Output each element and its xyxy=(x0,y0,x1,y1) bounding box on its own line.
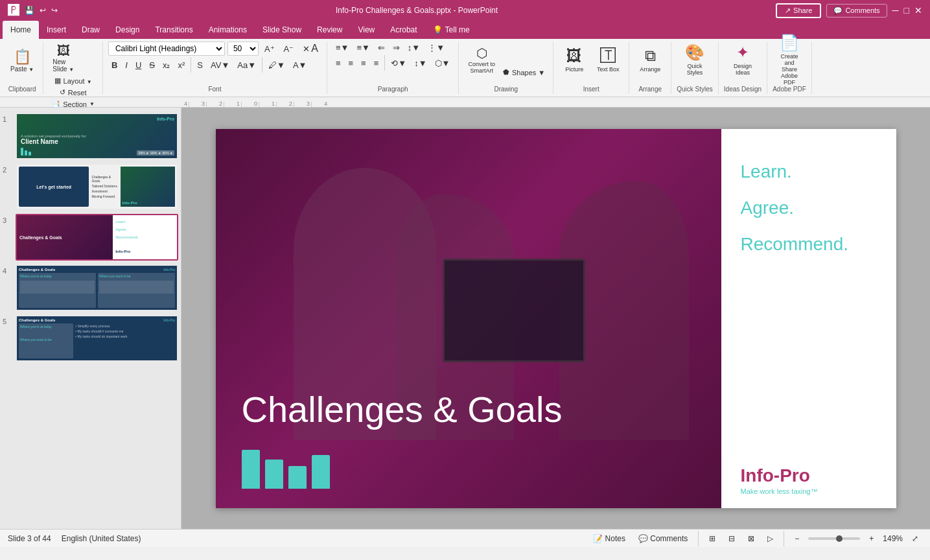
quick-redo[interactable]: ↪ xyxy=(51,6,58,15)
strikethrough-button[interactable]: S xyxy=(146,59,158,71)
new-slide-button[interactable]: 🖼 NewSlide ▼ xyxy=(49,41,78,74)
zoom-in-button[interactable]: + xyxy=(865,533,878,544)
change-case-button[interactable]: Aa▼ xyxy=(234,59,259,71)
adobe-pdf-button[interactable]: 📄 Create and ShareAdobe PDF xyxy=(774,41,805,78)
right-items: Learn. Agree. Recommend. xyxy=(741,148,877,255)
status-sep1 xyxy=(698,531,699,546)
paste-button[interactable]: 📋 Paste ▼ xyxy=(6,41,38,80)
slide-thumb-5[interactable]: Challenges & Goals Info-Pro Where you're… xyxy=(16,315,178,362)
quickstyles-button[interactable]: 🎨 QuickStyles xyxy=(679,41,710,78)
quickstyles-icon: 🎨 xyxy=(685,43,704,62)
list-item[interactable]: 4 Challenges & Goals Info-Pro Where you'… xyxy=(3,264,178,311)
tab-slideshow[interactable]: Slide Show xyxy=(255,21,309,39)
tab-acrobat[interactable]: Acrobat xyxy=(382,21,424,39)
list-item[interactable]: 5 Challenges & Goals Info-Pro Where you'… xyxy=(3,315,178,362)
columns-button[interactable]: ⋮▼ xyxy=(424,41,448,54)
zoom-slider[interactable] xyxy=(808,537,860,540)
superscript-button[interactable]: x² xyxy=(174,59,188,71)
slide-thumb-4[interactable]: Challenges & Goals Info-Pro Where you're… xyxy=(16,264,178,311)
slideshow-button[interactable]: ▷ xyxy=(763,533,777,544)
minimize-button[interactable]: ─ xyxy=(892,5,899,16)
zoom-out-button[interactable]: − xyxy=(791,533,803,544)
align-right-button[interactable]: ≡ xyxy=(358,55,369,71)
maximize-button[interactable]: □ xyxy=(904,5,909,16)
slide-info: Slide 3 of 44 xyxy=(8,534,51,543)
indent-dec-button[interactable]: ⇐ xyxy=(375,41,388,54)
tab-review[interactable]: Review xyxy=(309,21,350,39)
slide-thumb-1[interactable]: Info-Pro A solution set prepared exclusi… xyxy=(16,113,178,159)
text-direction-button[interactable]: ⟲▼ xyxy=(388,55,410,71)
tab-insert[interactable]: Insert xyxy=(39,21,74,39)
list-item[interactable]: 3 Challenges & Goals Learn. Agree. Recom… xyxy=(3,214,178,261)
canvas-area[interactable]: Challenges & Goals Learn. Agree. Recomme… xyxy=(181,108,930,529)
subscript-button[interactable]: x₂ xyxy=(159,59,174,71)
slide-panel[interactable]: 1 Info-Pro A solution set prepared exclu… xyxy=(0,108,181,529)
slide-sorter-button[interactable]: ⊟ xyxy=(725,533,739,544)
normal-view-button[interactable]: ⊞ xyxy=(705,533,719,544)
slide-thumb-3[interactable]: Challenges & Goals Learn. Agree. Recomme… xyxy=(16,214,178,261)
line-spacing-button[interactable]: ↕▼ xyxy=(404,41,423,54)
tab-design[interactable]: Design xyxy=(108,21,147,39)
underline-button[interactable]: U xyxy=(132,59,145,71)
share-button[interactable]: ↗ Share xyxy=(776,3,821,18)
highlight-button[interactable]: 🖊▼ xyxy=(265,59,288,71)
picture-button[interactable]: 🖼 Picture xyxy=(559,41,590,78)
arrange-icon: ⧉ xyxy=(645,47,656,65)
font-color-button[interactable]: A▼ xyxy=(290,59,310,71)
justify-button[interactable]: ≡ xyxy=(371,55,382,71)
numbering-button[interactable]: ≡▼ xyxy=(353,41,373,54)
design-ideas-button[interactable]: ✦ DesignIdeas xyxy=(727,41,758,78)
close-button[interactable]: ✕ xyxy=(914,5,922,16)
textbox-button[interactable]: 🅃 Text Box xyxy=(592,41,623,78)
fit-slide-button[interactable]: ⤢ xyxy=(908,533,922,544)
slide-thumb-2[interactable]: Let's get started Challenges & Goals Tai… xyxy=(16,163,178,210)
comments-status-button[interactable]: 💬 Comments xyxy=(634,533,692,544)
smartart-convert-button[interactable]: ⬡▼ xyxy=(432,55,454,71)
align-text-button[interactable]: ↕▼ xyxy=(411,55,430,71)
list-item[interactable]: 2 Let's get started Challenges & Goals T… xyxy=(3,163,178,210)
ribbon-group-paragraph: ≡▼ ≡▼ ⇐ ⇒ ↕▼ ⋮▼ ≡ ≡ ≡ ≡ ⟲▼ ↕▼ ⬡▼ Paragra… xyxy=(327,41,459,94)
list-item[interactable]: 1 Info-Pro A solution set prepared exclu… xyxy=(3,113,178,159)
bar-icon xyxy=(29,152,31,156)
convert-smartart-button[interactable]: ⬡ Convert toSmartArt xyxy=(464,41,499,78)
notes-button[interactable]: 📝 Notes xyxy=(589,533,629,544)
slide-main[interactable]: Challenges & Goals xyxy=(216,129,721,508)
ribbon: 📋 Paste ▼ Clipboard 🖼 NewSlide ▼ ▦ Layou… xyxy=(0,39,930,97)
char-spacing-button[interactable]: AV▼ xyxy=(207,59,233,71)
quick-undo[interactable]: ↩ xyxy=(40,6,46,15)
arrange-button[interactable]: ⧉ Arrange xyxy=(634,41,666,78)
bullets-button[interactable]: ≡▼ xyxy=(332,41,352,54)
tab-transitions[interactable]: Transitions xyxy=(147,21,200,39)
clear-format-button[interactable]: ✕A xyxy=(299,41,321,56)
design-ideas-icon: ✦ xyxy=(736,43,749,62)
reading-view-button[interactable]: ⊠ xyxy=(744,533,758,544)
font-family-select[interactable]: Calibri Light (Headings) xyxy=(108,41,225,56)
thumb3-left: Challenges & Goals xyxy=(17,215,113,259)
tab-tellme[interactable]: 💡 Tell me xyxy=(425,21,478,39)
align-center-button[interactable]: ≡ xyxy=(345,55,357,71)
indent-inc-button[interactable]: ⇒ xyxy=(389,41,403,54)
italic-button[interactable]: I xyxy=(122,59,131,71)
sep2 xyxy=(262,57,262,73)
layout-button[interactable]: ▦ Layout ▼ xyxy=(49,75,97,86)
font-row2: B I U S x₂ x² S AV▼ Aa▼ 🖊▼ A▼ xyxy=(108,57,310,73)
font-size-select[interactable]: 50 xyxy=(227,41,259,56)
tab-home[interactable]: Home xyxy=(3,21,39,39)
decrease-font-button[interactable]: A⁻ xyxy=(281,43,297,55)
tab-animations[interactable]: Animations xyxy=(201,21,255,39)
title-bar-right: ↗ Share 💬 Comments ─ □ ✕ xyxy=(776,3,922,18)
tab-view[interactable]: View xyxy=(350,21,382,39)
design-ideas-label: Ideas Design xyxy=(724,86,761,94)
reset-button[interactable]: ↺ Reset xyxy=(49,87,97,98)
tab-draw[interactable]: Draw xyxy=(74,21,108,39)
shapes-button[interactable]: ⬟ Shapes ▼ xyxy=(500,67,548,78)
increase-font-button[interactable]: A⁺ xyxy=(261,43,278,55)
bold-button[interactable]: B xyxy=(108,59,121,71)
text-shadow-button[interactable]: S xyxy=(194,59,206,71)
comments-button[interactable]: 💬 Comments xyxy=(826,4,887,18)
thumb4-header: Challenges & Goals Info-Pro xyxy=(19,268,175,272)
insert-label: Insert xyxy=(583,86,599,94)
quick-save[interactable]: 💾 xyxy=(25,6,34,15)
align-left-button[interactable]: ≡ xyxy=(332,55,344,71)
thumb1-logo: Info-Pro xyxy=(157,117,174,121)
